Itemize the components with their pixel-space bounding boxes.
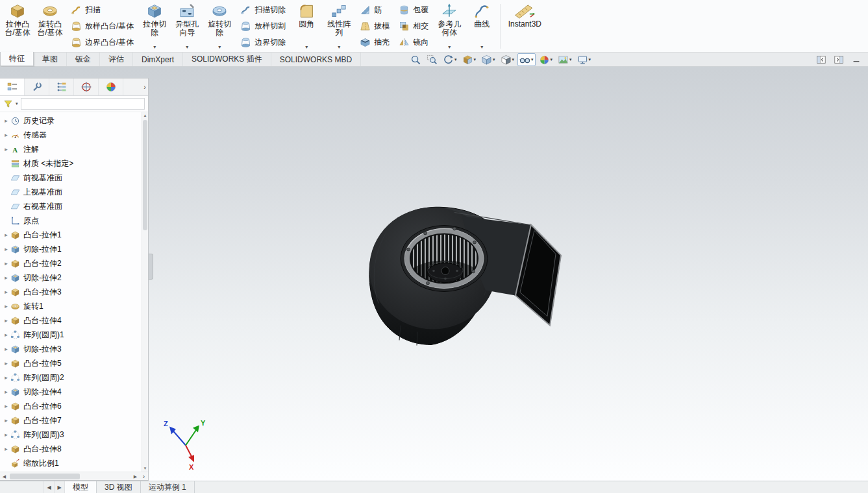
tree-item[interactable]: ▸ 切除-拉伸2 <box>0 271 142 285</box>
tab-scroll-left-button[interactable]: ◀ <box>44 481 55 493</box>
tree-item[interactable]: ▸ 阵列(圆周)3 <box>0 427 142 442</box>
dropdown-caret-icon[interactable]: ▾ <box>589 57 591 62</box>
ribbon-button-boundary-boss[interactable]: 边界凸台/基体 <box>68 34 136 50</box>
panel-tab[interactable] <box>99 78 123 95</box>
tree-item[interactable]: ▸ 前视基准面 <box>0 171 142 185</box>
ribbon-button-extruded-boss-base[interactable]: 拉伸凸台/基体 <box>1 1 34 52</box>
ribbon-button-extruded-cut[interactable]: 拉伸切除 ▾ <box>138 1 171 52</box>
dropdown-caret-icon[interactable]: ▾ <box>512 57 515 62</box>
tree-item[interactable]: ▸ 凸台-拉伸5 <box>0 356 142 370</box>
tree-item[interactable]: ▸ 凸台-拉伸8 <box>0 442 142 456</box>
tree-item[interactable]: ▸ 凸台-拉伸3 <box>0 285 142 299</box>
tree-horizontal-scrollbar[interactable]: ◀ ▶ › <box>0 472 148 480</box>
tree-item[interactable]: ▸ 旋转1 <box>0 299 142 313</box>
expand-arrow-icon[interactable]: ▸ <box>3 417 10 424</box>
tree-item[interactable]: ▸ 原点 <box>0 213 142 228</box>
scroll-right-arrow-icon[interactable]: ▶ <box>131 472 140 481</box>
document-tab[interactable]: 模型 <box>65 481 97 493</box>
dropdown-caret-icon[interactable]: ▾ <box>551 57 553 62</box>
tree-item[interactable]: ▸ 凸台-拉伸4 <box>0 313 142 328</box>
expand-arrow-icon[interactable]: ▸ <box>3 360 10 367</box>
model-3d[interactable] <box>369 207 561 345</box>
tree-item[interactable]: ▸ 阵列(圆周)2 <box>0 370 142 385</box>
expand-arrow-icon[interactable]: ▸ <box>3 132 10 138</box>
command-tab[interactable]: 钣金 <box>67 53 100 66</box>
panel-bottom-expand-arrow[interactable]: › <box>140 472 148 481</box>
tree-vertical-scrollbar[interactable]: ▲ ▼ <box>142 112 148 472</box>
ribbon-button-revolved-cut[interactable]: 旋转切除 ▾ <box>203 1 236 52</box>
dropdown-caret-icon[interactable]: ▾ <box>493 57 495 62</box>
expand-arrow-icon[interactable]: ▸ <box>3 431 10 438</box>
ribbon-button-shell[interactable]: 抽壳 <box>357 34 392 50</box>
ribbon-button-revolved-boss-base[interactable]: 旋转凸台/基体 <box>34 1 66 52</box>
view-toolbar-button[interactable]: ▾ <box>441 53 459 66</box>
expand-arrow-icon[interactable]: ▸ <box>3 289 10 295</box>
view-toolbar-button[interactable]: ▾ <box>517 53 536 66</box>
orientation-triad[interactable]: Z Y X <box>164 419 206 471</box>
command-tab[interactable]: SOLIDWORKS MBD <box>271 53 361 66</box>
ribbon-button-fillet[interactable]: 圆角 ▾ <box>290 1 323 52</box>
scrollbar-track[interactable] <box>9 474 130 479</box>
expand-arrow-icon[interactable]: ▸ <box>3 403 10 409</box>
panel-tab[interactable] <box>25 78 49 95</box>
ribbon-button-swept-boss[interactable]: 扫描 <box>68 3 136 18</box>
tree-item[interactable]: ▸ 传感器 <box>0 128 142 142</box>
ribbon-button-mirror[interactable]: 镜向 <box>396 34 431 50</box>
scroll-down-arrow-icon[interactable]: ▼ <box>142 465 148 472</box>
expand-arrow-icon[interactable]: ▸ <box>3 146 10 152</box>
ribbon-button-rib[interactable]: 筋 <box>357 3 392 18</box>
expand-arrow-icon[interactable]: ▸ <box>3 303 10 309</box>
view-toolbar-button[interactable]: ▾ <box>425 53 440 66</box>
tree-item[interactable]: ▸ 切除-拉伸3 <box>0 342 142 356</box>
tree-item[interactable]: ▸ 凸台-拉伸6 <box>0 399 142 413</box>
expand-arrow-icon[interactable]: ▸ <box>3 232 10 238</box>
expand-arrow-icon[interactable]: ▸ <box>3 389 10 395</box>
expand-arrow-icon[interactable]: ▸ <box>3 260 10 267</box>
command-tab[interactable]: 草图 <box>34 53 67 66</box>
ribbon-button-lofted-boss[interactable]: 放样凸台/基体 <box>68 19 136 34</box>
tree-item[interactable]: ▸ 上视基准面 <box>0 185 142 199</box>
ribbon-button-wrap[interactable]: 包覆 <box>396 3 431 18</box>
filter-funnel-icon[interactable] <box>3 99 13 109</box>
ribbon-button-hole-wizard[interactable]: 异型孔向导 ▾ <box>171 1 203 52</box>
document-tab[interactable]: 运动算例 1 <box>141 481 195 493</box>
scrollbar-thumb[interactable] <box>143 120 147 230</box>
view-toolbar-button[interactable]: ▾ <box>460 53 478 66</box>
tree-item[interactable]: ▸ 凸台-拉伸1 <box>0 228 142 242</box>
tree-filter-input[interactable] <box>21 98 145 110</box>
ribbon-button-draft[interactable]: 拔模 <box>357 19 392 34</box>
ribbon-button-swept-cut[interactable]: 扫描切除 <box>238 3 288 18</box>
scrollbar-thumb[interactable] <box>10 474 80 479</box>
ribbon-button-intersect[interactable]: 相交 <box>396 19 431 34</box>
tree-item[interactable]: ▸ 缩放比例1 <box>0 456 142 470</box>
ribbon-button-curves[interactable]: 曲线 ▾ <box>465 1 498 52</box>
view-toolbar-button[interactable]: ▾ <box>575 53 593 66</box>
panel-tab[interactable] <box>74 78 99 95</box>
expand-arrow-icon[interactable]: ▸ <box>3 346 10 352</box>
panel-expand-arrow[interactable]: › <box>143 82 146 91</box>
panel-splitter-handle[interactable] <box>149 254 153 280</box>
ribbon-button-boundary-cut[interactable]: 边界切除 <box>238 34 288 50</box>
dropdown-caret-icon[interactable]: ▾ <box>16 101 18 106</box>
expand-arrow-icon[interactable]: ▸ <box>3 117 10 124</box>
tree-item[interactable]: ▸ 阵列(圆周)1 <box>0 328 142 342</box>
tree-item[interactable]: ▸ 注解 <box>0 142 142 156</box>
expand-arrow-icon[interactable]: ▸ <box>3 246 10 252</box>
scroll-up-arrow-icon[interactable]: ▲ <box>142 112 148 119</box>
ribbon-button-linear-pattern[interactable]: 线性阵列 ▾ <box>323 1 355 52</box>
dropdown-caret-icon[interactable]: ▾ <box>569 57 572 62</box>
tree-item[interactable]: ▸ 凸台-拉伸7 <box>0 413 142 427</box>
command-tab[interactable]: 评估 <box>100 53 133 66</box>
tree-item[interactable]: ▸ 切除-拉伸1 <box>0 242 142 256</box>
expand-arrow-icon[interactable]: ▸ <box>3 331 10 338</box>
dropdown-caret-icon[interactable]: ▾ <box>474 57 477 62</box>
window-control-button[interactable] <box>815 54 828 66</box>
expand-arrow-icon[interactable]: ▸ <box>3 374 10 381</box>
expand-arrow-icon[interactable]: ▸ <box>3 274 10 281</box>
expand-arrow-icon[interactable]: ▸ <box>3 317 10 324</box>
tree-item[interactable]: ▸ 历史记录 <box>0 114 142 128</box>
scroll-left-arrow-icon[interactable]: ◀ <box>0 472 8 481</box>
window-control-button[interactable] <box>850 54 863 66</box>
view-toolbar-button[interactable]: ▾ <box>499 53 517 66</box>
window-control-button[interactable] <box>832 54 845 66</box>
